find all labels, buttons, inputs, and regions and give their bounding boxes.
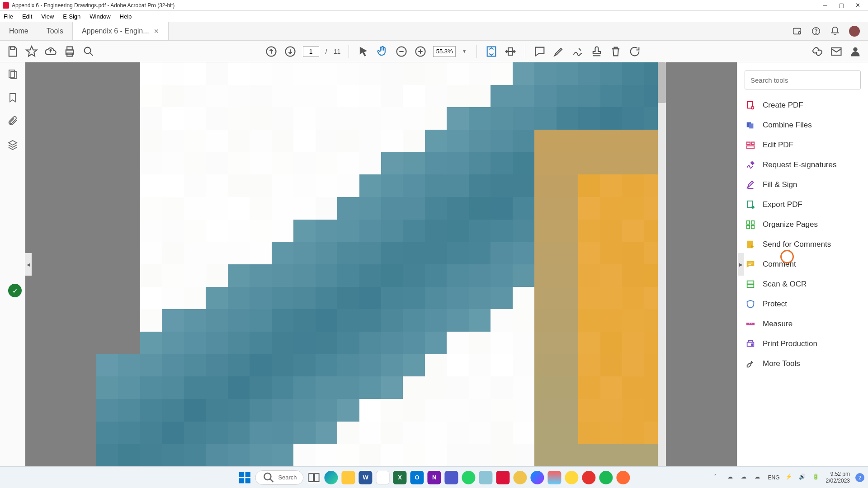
menu-file[interactable]: File [3,13,18,20]
tool-request-esignatures[interactable]: Request E-signatures [745,160,861,170]
app-icon-6[interactable] [617,471,630,484]
tab-close-icon[interactable]: ✕ [154,28,159,35]
file-explorer-icon[interactable] [342,471,355,484]
discover-icon[interactable] [792,26,802,36]
document-viewport[interactable]: ◀ ▶ [25,62,737,466]
spotify-icon[interactable] [599,471,613,484]
account-avatar[interactable] [849,26,860,37]
menu-esign[interactable]: E-Sign [58,13,85,20]
zoom-dropdown-icon[interactable]: ▼ [462,49,468,54]
menu-help[interactable]: Help [115,13,137,20]
menu-edit[interactable]: Edit [18,13,37,20]
zoom-out-icon[interactable] [395,45,408,58]
tray-clock[interactable]: 9:52 pm 2/02/2023 [826,471,850,484]
rotate-icon[interactable] [628,45,641,58]
menu-view[interactable]: View [37,13,58,20]
protect-icon [745,299,755,309]
zoom-level-input[interactable] [433,46,456,57]
tab-document[interactable]: Appendix 6 - Engin... ✕ [72,22,169,40]
people-icon[interactable] [849,45,862,58]
left-panel-collapse-icon[interactable]: ◀ [25,253,32,276]
scrollbar-thumb[interactable] [658,62,666,103]
acrobat-taskbar-icon[interactable] [496,471,510,484]
bookmarks-icon[interactable] [7,92,18,103]
attachments-icon[interactable] [7,116,18,127]
sticky-note-icon[interactable] [533,45,546,58]
tool-organize-pages[interactable]: Organize Pages [745,220,861,230]
page-number-input[interactable] [303,46,319,57]
tool-protect[interactable]: Protect [745,299,861,309]
teams-icon[interactable] [445,471,458,484]
share-link-icon[interactable] [811,45,824,58]
close-window-button[interactable]: ✕ [854,1,862,9]
tool-send-comments[interactable]: Send for Comments [745,239,861,249]
tool-combine-files[interactable]: Combine Files [745,120,861,130]
fit-page-icon[interactable] [485,45,498,58]
tool-scan-ocr[interactable]: Scan & OCR [745,279,861,289]
tray-wifi-icon[interactable]: ⚡ [785,474,793,482]
messenger-icon[interactable] [531,471,544,484]
taskview-icon[interactable] [307,471,321,484]
maximize-button[interactable]: ▢ [837,1,845,9]
prev-page-icon[interactable] [265,45,278,58]
email-icon[interactable] [830,45,843,58]
minimize-button[interactable]: ─ [821,1,829,9]
help-icon[interactable] [811,26,821,36]
tool-comment[interactable]: Comment [745,259,861,269]
menu-window[interactable]: Window [85,13,115,20]
tool-measure[interactable]: Measure [745,319,861,329]
tool-more-tools[interactable]: More Tools [745,359,861,369]
find-icon[interactable] [82,45,95,58]
tab-home[interactable]: Home [0,22,38,40]
tool-fill-sign[interactable]: Fill & Sign [745,180,861,190]
search-tools-input[interactable] [745,70,861,89]
tool-print-production[interactable]: Print Production [745,339,861,349]
tool-label: Organize Pages [763,220,818,229]
cloud-upload-icon[interactable] [44,45,57,58]
vertical-scrollbar[interactable] [658,62,666,466]
app-icon-5[interactable] [582,471,596,484]
esign-icon [745,160,755,170]
tray-chevron-icon[interactable]: ˄ [714,474,722,482]
print-icon[interactable] [63,45,76,58]
tool-edit-pdf[interactable]: Edit PDF [745,140,861,150]
tray-sync-icon[interactable]: ☁ [755,474,763,482]
app-icon-2[interactable] [514,471,527,484]
app-icon-3[interactable] [548,471,561,484]
save-icon[interactable] [6,45,19,58]
outlook-icon[interactable]: O [410,471,424,484]
edge-icon[interactable] [325,471,338,484]
sign-icon[interactable] [571,45,584,58]
tray-onedrive-icon[interactable]: ☁ [727,474,736,482]
fit-width-icon[interactable] [504,45,517,58]
start-button[interactable] [238,471,251,484]
tray-language[interactable]: ENG [768,474,780,481]
app-icon-1[interactable] [479,471,493,484]
zoom-in-icon[interactable] [414,45,427,58]
tray-cloud-icon[interactable]: ☁ [741,474,749,482]
stamp-icon[interactable] [590,45,603,58]
excel-icon[interactable]: X [393,471,407,484]
delete-icon[interactable] [609,45,622,58]
thumbnails-icon[interactable] [7,69,18,80]
layers-icon[interactable] [7,139,18,150]
calendar-icon[interactable] [376,471,390,484]
tool-create-pdf[interactable]: Create PDF [745,100,861,110]
tray-battery-icon[interactable]: 🔋 [812,474,821,482]
tool-export-pdf[interactable]: Export PDF [745,200,861,210]
star-icon[interactable] [25,45,38,58]
tab-tools[interactable]: Tools [38,22,72,40]
taskbar-search[interactable]: Search [255,470,303,485]
selection-arrow-icon[interactable] [357,45,370,58]
word-icon[interactable]: W [359,471,373,484]
onenote-icon[interactable]: N [428,471,441,484]
next-page-icon[interactable] [284,45,297,58]
highlight-icon[interactable] [552,45,565,58]
tray-volume-icon[interactable]: 🔊 [799,474,807,482]
right-panel-collapse-icon[interactable]: ▶ [738,253,744,276]
tray-notifications-badge[interactable]: 2 [855,473,864,482]
whatsapp-icon[interactable] [462,471,476,484]
hand-tool-icon[interactable] [376,45,389,58]
notifications-icon[interactable] [830,26,840,36]
app-icon-4[interactable] [565,471,579,484]
